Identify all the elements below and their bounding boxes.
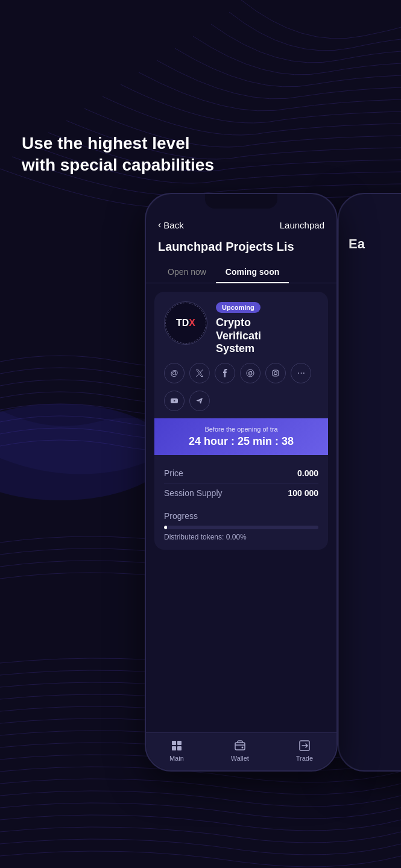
project-logo: TDX	[164, 301, 207, 345]
countdown-label: Before the opening of tra	[164, 426, 318, 433]
at-icon[interactable]: @	[164, 363, 185, 383]
trade-nav-item[interactable]: Trade	[296, 739, 313, 762]
price-label: Price	[164, 468, 183, 478]
project-card: TDX Upcoming Crypto Verificati System	[154, 292, 328, 550]
main-nav-label: Main	[169, 755, 184, 762]
page-root: Use the highest level with special capab…	[0, 0, 401, 868]
back-button[interactable]: ‹ Back	[158, 219, 184, 230]
bottom-nav: Main Wallet	[146, 732, 336, 770]
upcoming-badge: Upcoming	[216, 302, 260, 313]
social-icons-row2	[154, 391, 328, 418]
phone-screen: ‹ Back Launchpad Launchpad Projects Lis …	[146, 194, 336, 770]
back-chevron-icon: ‹	[158, 219, 161, 230]
grid-icon	[170, 739, 183, 752]
tabs-bar: Open now Coming soon	[146, 262, 336, 283]
wallet-nav-label: Wallet	[231, 755, 249, 762]
supply-row: Session Supply 100 000	[164, 483, 318, 503]
facebook-icon[interactable]	[215, 363, 235, 383]
countdown-banner: Before the opening of tra 24 hour : 25 m…	[154, 418, 328, 455]
phone-shell: ‹ Back Launchpad Launchpad Projects Lis …	[145, 193, 338, 772]
svg-point-9	[277, 371, 278, 371]
social-icons-row: @	[154, 363, 328, 391]
page-title: Launchpad Projects Lis	[146, 237, 336, 262]
card-header: TDX Upcoming Crypto Verificati System	[154, 292, 328, 363]
back-label: Back	[163, 220, 183, 230]
svg-point-3	[249, 373, 250, 374]
svg-rect-15	[177, 746, 182, 750]
svg-point-8	[274, 371, 277, 374]
project-name: Crypto Verificati System	[216, 316, 318, 356]
logo-x: X	[189, 318, 195, 328]
top-nav: ‹ Back Launchpad	[146, 212, 336, 237]
price-row: Price 0.000	[164, 464, 318, 483]
svg-point-0	[0, 404, 169, 500]
telegram-icon[interactable]	[189, 391, 210, 411]
partial-phone-text: Ea	[349, 236, 365, 252]
supply-label: Session Supply	[164, 488, 223, 498]
svg-rect-16	[235, 743, 245, 750]
instagram-icon[interactable]	[265, 363, 286, 383]
svg-point-17	[241, 747, 243, 749]
svg-point-4	[251, 373, 252, 374]
tab-open-now[interactable]: Open now	[158, 262, 216, 283]
progress-section: Progress Distributed tokens: 0.00%	[154, 511, 328, 550]
reddit-icon[interactable]	[240, 363, 260, 383]
progress-bar-fill	[164, 526, 167, 529]
tab-coming-soon[interactable]: Coming soon	[216, 262, 289, 283]
main-nav-item[interactable]: Main	[169, 739, 184, 762]
twitter-icon[interactable]	[189, 363, 210, 383]
logo-text: TDX	[176, 318, 195, 329]
supply-value: 100 000	[288, 488, 318, 498]
progress-bar-bg	[164, 526, 318, 529]
youtube-icon[interactable]	[164, 391, 185, 411]
wallet-icon	[233, 739, 247, 752]
wallet-nav-item[interactable]: Wallet	[231, 739, 249, 762]
phone-notch	[205, 194, 277, 209]
countdown-time: 24 hour : 25 min : 38	[164, 435, 318, 448]
svg-rect-12	[172, 741, 176, 745]
price-value: 0.000	[297, 468, 318, 478]
svg-point-1	[247, 370, 254, 377]
stats-section: Price 0.000 Session Supply 100 000	[154, 455, 328, 511]
screen-content: ‹ Back Launchpad Launchpad Projects Lis …	[146, 212, 336, 770]
svg-rect-14	[172, 746, 176, 750]
svg-rect-13	[177, 741, 182, 745]
headline-text: Use the highest level with special capab…	[22, 133, 215, 177]
progress-label: Progress	[164, 511, 318, 521]
nav-title: Launchpad	[280, 220, 324, 230]
trade-nav-label: Trade	[296, 755, 313, 762]
distributed-tokens: Distributed tokens: 0.00%	[164, 533, 318, 541]
card-info: Upcoming Crypto Verificati System	[216, 301, 318, 356]
more-icon[interactable]: ⋯	[291, 363, 311, 383]
trade-icon	[298, 739, 311, 752]
phone-mockup: ‹ Back Launchpad Launchpad Projects Lis …	[145, 193, 350, 784]
